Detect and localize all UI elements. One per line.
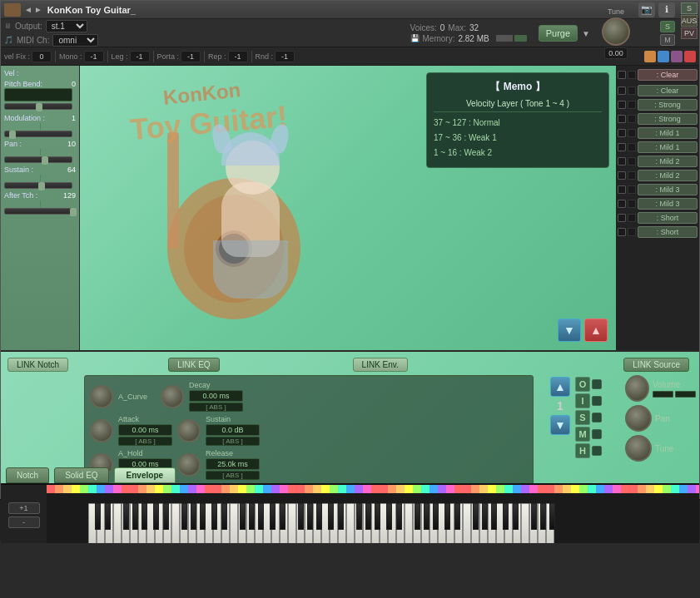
pv-button[interactable]: PV — [681, 27, 698, 39]
vel-check-10[interactable] — [618, 214, 626, 222]
vel-fix-input[interactable]: 0 — [32, 51, 52, 62]
title-prev-arrow[interactable]: ◄ — [24, 5, 32, 14]
white-key[interactable] — [230, 503, 238, 543]
white-key[interactable] — [288, 503, 296, 543]
black-key[interactable] — [307, 503, 313, 530]
clear-check[interactable] — [618, 71, 626, 79]
vel-btn-strong-1[interactable]: : Strong — [638, 99, 698, 111]
tab-solid-eq[interactable]: Solid EQ — [54, 467, 108, 483]
vel-check-11[interactable] — [618, 228, 626, 236]
octave-7[interactable] — [496, 503, 554, 543]
black-key[interactable] — [221, 503, 227, 530]
vel-btn-mild3-2[interactable]: : Mild 3 — [638, 198, 698, 210]
scroll-up-arrow[interactable]: ▲ — [584, 319, 608, 342]
white-key[interactable] — [346, 503, 355, 543]
black-key[interactable] — [105, 503, 111, 530]
vel-check-1[interactable] — [618, 86, 626, 95]
clear-button[interactable]: : Clear — [638, 69, 698, 81]
link-notch-button[interactable]: LINK Notch — [7, 358, 68, 372]
octave-1[interactable] — [146, 503, 205, 543]
black-key[interactable] — [375, 503, 380, 530]
porta-input[interactable] — [181, 51, 201, 62]
black-key[interactable] — [482, 503, 488, 530]
a-curve-knob[interactable] — [90, 385, 113, 408]
output-select[interactable]: st.1 — [46, 20, 87, 32]
color-btn-red[interactable] — [684, 51, 696, 62]
camera-icon[interactable]: 📷 — [638, 2, 655, 17]
oismh-i[interactable]: I — [575, 393, 590, 408]
black-key[interactable] — [249, 503, 255, 530]
black-key[interactable] — [191, 503, 196, 530]
piano-minus[interactable]: - — [8, 516, 40, 528]
vel-check-5[interactable] — [618, 143, 626, 151]
black-key[interactable] — [503, 503, 509, 530]
vel-btn-short-1[interactable]: : Short — [638, 212, 698, 224]
vel-check-2[interactable] — [618, 101, 626, 109]
octave-5[interactable] — [380, 503, 438, 543]
black-key[interactable] — [386, 503, 392, 530]
color-btn-orange[interactable] — [644, 51, 656, 62]
white-key[interactable] — [113, 503, 122, 543]
vel-check-4[interactable] — [618, 129, 626, 137]
black-key[interactable] — [270, 503, 276, 530]
vel-btn-mild2-1[interactable]: : Mild 2 — [638, 156, 698, 167]
octave-2[interactable] — [205, 503, 263, 543]
purge-button[interactable]: Purge — [539, 25, 578, 42]
octave-6[interactable] — [438, 503, 496, 543]
pitch-bend-slider[interactable] — [4, 103, 72, 110]
black-key[interactable] — [280, 503, 285, 530]
black-key[interactable] — [153, 503, 159, 530]
link-source-button[interactable]: LINK Source — [623, 358, 689, 372]
mono-input[interactable] — [84, 51, 104, 62]
vel-btn-mild1-1[interactable]: : Mild 1 — [638, 127, 698, 139]
source-volume-knob[interactable] — [625, 375, 649, 402]
octave-3[interactable] — [263, 503, 321, 543]
sustain-abs[interactable]: [ ABS ] — [206, 437, 260, 446]
black-key[interactable] — [328, 503, 334, 530]
vel-btn-short-2[interactable]: : Short — [638, 226, 698, 238]
black-key[interactable] — [356, 503, 362, 530]
black-key[interactable] — [132, 503, 138, 530]
rnd-input[interactable] — [275, 51, 295, 62]
vel-btn-strong-2[interactable]: : Strong — [638, 113, 698, 125]
white-key[interactable] — [171, 503, 180, 543]
leg-input[interactable] — [130, 51, 150, 62]
pan-slider[interactable] — [4, 156, 72, 163]
vel-check-3[interactable] — [618, 115, 626, 123]
color-btn-blue[interactable] — [658, 51, 669, 62]
piano-keys-container[interactable] — [88, 503, 554, 543]
color-btn-purple[interactable] — [671, 51, 683, 62]
s-toggle[interactable]: S — [660, 21, 675, 32]
black-key[interactable] — [531, 503, 537, 530]
sustain-env-knob[interactable] — [177, 419, 201, 442]
m-toggle[interactable]: M — [660, 34, 675, 46]
nav-up-arrow[interactable]: ▲ — [550, 377, 570, 397]
black-key[interactable] — [513, 503, 519, 530]
black-key[interactable] — [338, 503, 344, 530]
piano-plus-one[interactable]: +1 — [8, 502, 40, 514]
attack-abs[interactable]: [ ABS ] — [118, 437, 172, 446]
black-key[interactable] — [454, 503, 460, 530]
white-key[interactable] — [463, 503, 471, 543]
black-key[interactable] — [433, 503, 439, 530]
oismh-s[interactable]: S — [575, 410, 590, 425]
white-key[interactable] — [521, 503, 529, 543]
vel-btn-clear[interactable]: : Clear — [638, 85, 698, 96]
rep-input[interactable] — [228, 51, 248, 62]
black-key[interactable] — [181, 503, 187, 530]
black-key[interactable] — [396, 503, 402, 530]
vel-check-7[interactable] — [618, 171, 626, 180]
black-key[interactable] — [258, 503, 264, 530]
vel-check-9[interactable] — [618, 200, 626, 208]
source-pan-knob[interactable] — [625, 405, 652, 432]
oismh-m[interactable]: M — [575, 427, 590, 442]
vel-btn-mild1-2[interactable]: : Mild 1 — [638, 141, 698, 153]
tab-envelope[interactable]: Envelope — [114, 467, 176, 483]
modulation-slider[interactable] — [4, 131, 72, 137]
oismh-o[interactable]: O — [575, 377, 590, 392]
attack-knob[interactable] — [90, 419, 113, 442]
black-key[interactable] — [316, 503, 322, 530]
black-key[interactable] — [95, 503, 101, 530]
decay-abs[interactable]: [ ABS ] — [189, 403, 243, 412]
black-key[interactable] — [549, 503, 555, 530]
